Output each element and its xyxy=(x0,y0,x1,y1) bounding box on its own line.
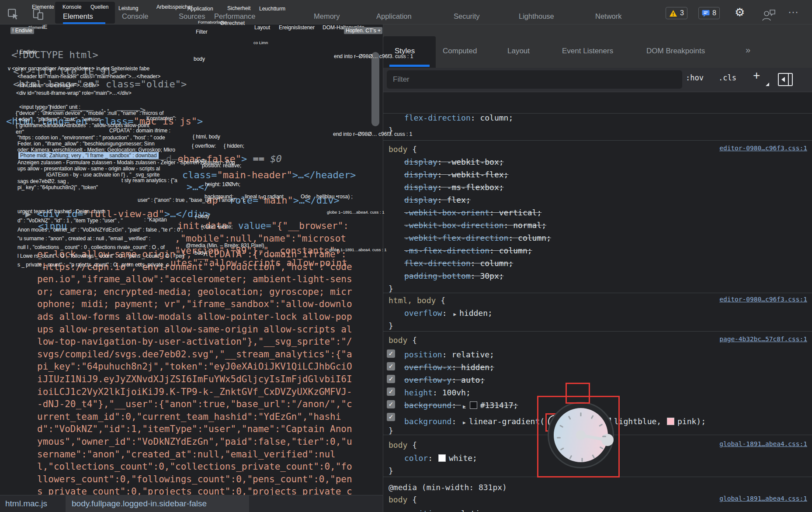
css-property[interactable]: display: flex; xyxy=(404,195,471,204)
media-query[interactable]: @media (min-width: 831px) xyxy=(389,483,507,492)
attribute-json-line: ads allow-forms allow-modals allow-point… xyxy=(37,311,352,322)
property-checkbox[interactable]: ✓ xyxy=(387,362,395,370)
dom-code-token: <inpu xyxy=(38,221,67,232)
expand-arrow-icon[interactable]: ▶ xyxy=(453,311,456,317)
inspect-icon[interactable] xyxy=(7,8,20,23)
property-value: column; xyxy=(480,259,513,268)
devtools-tab-network[interactable]: Network xyxy=(595,12,622,21)
styles-tab-computed[interactable]: Computed xyxy=(443,47,477,55)
hov-toggle-button[interactable]: :hov xyxy=(686,73,704,82)
css-selector[interactable]: body { xyxy=(389,495,417,504)
css-property[interactable]: -webkit-box-orient: vertical; xyxy=(404,208,541,217)
property-colon: : xyxy=(437,195,447,204)
css-property[interactable]: -webkit-box-direction: normal; xyxy=(404,221,546,230)
dom-tree-line[interactable]: class="main-header">…</header> xyxy=(182,170,356,180)
color-swatch[interactable] xyxy=(438,454,446,462)
tab-overflow-chevron-icon[interactable]: » xyxy=(746,45,750,55)
css-property[interactable]: overflow: ▶hidden; xyxy=(404,308,493,318)
devtools-tab-security[interactable]: Security xyxy=(454,12,480,21)
dom-code-token: ap" xyxy=(206,195,224,206)
close-brace: } xyxy=(389,466,393,475)
stylesheet-link[interactable]: editor-0980…c96f3.css:1 xyxy=(719,145,807,152)
feedback-person-icon[interactable] xyxy=(761,9,776,23)
css-property[interactable]: display: -webkit-flex; xyxy=(404,170,508,179)
css-property[interactable]: display: -webkit-box; xyxy=(404,157,504,166)
color-swatch[interactable] xyxy=(470,401,477,409)
css-property[interactable]: overflow-x: hidden; xyxy=(404,363,494,372)
css-property[interactable]: flex-direction: column; xyxy=(404,259,513,268)
gradient-stop-1: lightblue, xyxy=(614,417,666,426)
devtools-tab-performance[interactable]: Performance xyxy=(214,12,255,21)
scrollbar-thumb[interactable] xyxy=(371,52,379,126)
dom-tree-line[interactable]: –——d—ebar-false"> == $0 xyxy=(149,153,282,164)
css-selector[interactable]: html, body { xyxy=(389,296,445,305)
cls-toggle-button[interactable]: .cls xyxy=(718,73,736,82)
dom-code-token: $0 xyxy=(270,153,282,164)
dom-tree-line[interactable]: ,"mobile":null,"name":"microsot xyxy=(175,233,346,244)
styles-tab-layout[interactable]: Layout xyxy=(507,47,530,55)
css-property[interactable]: display: -ms-flexbox; xyxy=(404,183,504,192)
color-swatch-pink[interactable] xyxy=(667,418,674,425)
property-text: display: -webkit-box; xyxy=(404,157,504,166)
property-checkbox[interactable]: ✓ xyxy=(387,375,395,383)
css-property[interactable]: flex-direction: column; xyxy=(404,113,513,122)
css-selector[interactable]: body { xyxy=(389,145,417,154)
css-property[interactable]: background: ▶#131417; xyxy=(404,401,518,410)
settings-gear-icon[interactable]: ⚙ xyxy=(735,6,745,19)
property-checkbox[interactable]: ✓ xyxy=(387,400,395,408)
property-checkbox[interactable]: ✓ xyxy=(387,349,395,358)
dom-tree-line[interactable]: >…</ xyxy=(187,181,210,192)
more-options-icon[interactable]: ⋯ xyxy=(788,6,799,18)
css-property[interactable]: position: relative; xyxy=(404,350,494,359)
styles-tab-event-listeners[interactable]: Event Listeners xyxy=(562,47,613,55)
css-property[interactable]: overflow-y: auto; xyxy=(404,375,485,384)
expand-arrow-icon[interactable]: ▶ xyxy=(463,404,466,409)
dom-tree-line[interactable]: <!—— ———— ·· ————> xyxy=(42,104,146,115)
stylesheet-link[interactable]: editor-0980…c96f3.css:1 xyxy=(719,296,807,303)
css-property[interactable]: height: 100vh; xyxy=(404,388,471,397)
dom-tree-line[interactable]: <html lang="en" class="mac is js"> xyxy=(6,116,203,127)
devtools-tab-elements[interactable]: Elements xyxy=(63,12,93,21)
dom-tree-line[interactable]: <!DOCTYPE html> xyxy=(11,49,98,60)
css-property[interactable]: padding-bottom: 30px; xyxy=(404,271,504,280)
dom-tree-line[interactable]: ▶ <div id="full-view-ad">…</div> xyxy=(25,208,211,219)
expand-arrow-icon[interactable]: ▶ xyxy=(463,420,466,426)
devtools-tab-sources[interactable]: Sources xyxy=(179,12,205,21)
new-style-rule-caret-icon xyxy=(766,83,769,86)
devtools-tab-lighthouse[interactable]: Lighthouse xyxy=(519,12,554,21)
property-text: -webkit-box-direction: normal; xyxy=(404,221,546,230)
styles-tab-dom-breakpoints[interactable]: DOM Breakpoints xyxy=(646,47,705,55)
property-text: flex-direction: column; xyxy=(404,113,513,122)
css-property[interactable]: -webkit-flex-direction: column; xyxy=(404,233,551,242)
styles-filter-input[interactable]: Filter xyxy=(387,70,682,89)
device-toolbar-icon[interactable] xyxy=(31,8,45,23)
property-checkbox[interactable]: ✓ xyxy=(387,387,395,396)
breadcrumb-html[interactable]: html.mac.js xyxy=(5,499,47,509)
dom-code-token: ebar-false" xyxy=(177,153,241,164)
css-property[interactable]: position: relative; xyxy=(404,509,494,512)
css-selector[interactable]: body { xyxy=(389,336,417,345)
dom-tree-line[interactable]: <html lang="en" class="oldie"> xyxy=(13,79,187,90)
devtools-tab-memory[interactable]: Memory xyxy=(314,12,340,21)
stylesheet-link[interactable]: page-4b32bc…57c8f.css:1 xyxy=(719,336,807,342)
css-property[interactable]: -ms-flex-direction: column; xyxy=(404,246,532,255)
stylesheet-link[interactable]: global-1891…abea4.css:1 xyxy=(719,495,807,502)
dom-tree-line[interactable]: ap" role="main">…</div> xyxy=(206,195,340,206)
css-property[interactable]: color: white; xyxy=(404,453,477,463)
stylesheet-link[interactable]: global-1891…abea4.css:1 xyxy=(719,440,807,447)
property-colon: : xyxy=(471,113,480,122)
sidebar-toggle-icon[interactable] xyxy=(777,72,793,89)
dom-code-token: == xyxy=(253,153,270,164)
issues-badge[interactable]: 8 xyxy=(698,7,720,19)
breadcrumb-body[interactable]: body.fullpage.logged-in.sidebar-false xyxy=(72,499,207,509)
devtools-tab-console[interactable]: Console xyxy=(122,12,149,21)
new-style-rule-button[interactable]: + xyxy=(753,69,760,83)
devtools-tab-application[interactable]: Application xyxy=(376,12,412,21)
dom-tree-line[interactable]: init-data" value="{"__browser": xyxy=(177,221,349,231)
styles-tab-styles[interactable]: Styles xyxy=(395,47,415,55)
property-checkbox[interactable]: ✓ xyxy=(387,413,395,421)
warning-badge[interactable]: 3 xyxy=(666,7,687,19)
dom-tree-line[interactable]: <!--[if lte IE 9]> xyxy=(13,66,117,77)
css-selector[interactable]: body { xyxy=(389,440,417,450)
dom-tree-line[interactable]: <inpu xyxy=(38,221,67,232)
